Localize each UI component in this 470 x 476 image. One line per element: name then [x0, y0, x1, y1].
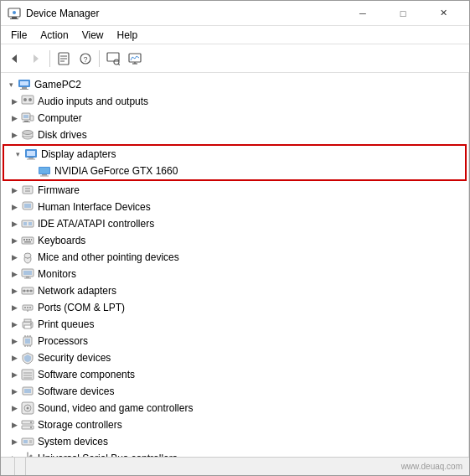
- svg-rect-61: [24, 278, 31, 279]
- content-area: ▾ GamePC2 ▶: [1, 73, 469, 457]
- monitor-button[interactable]: [125, 49, 145, 69]
- window-title: Device Manager: [26, 8, 343, 19]
- help-button[interactable]: ?: [75, 49, 96, 69]
- svg-point-69: [27, 307, 28, 308]
- scan-button[interactable]: [103, 49, 123, 69]
- processor-icon: [21, 334, 34, 348]
- tree-item-security[interactable]: ▶ Security devices: [8, 349, 468, 366]
- svg-rect-77: [25, 339, 30, 344]
- hid-label: Human Interface Devices: [38, 201, 151, 213]
- minimize-button[interactable]: ─: [343, 1, 382, 26]
- svg-marker-5: [34, 54, 39, 63]
- status-section-2: [15, 458, 26, 475]
- sw-components-expand-icon: ▶: [8, 368, 21, 381]
- tree-item-software-components[interactable]: ▶ Software components: [8, 366, 468, 383]
- tree-item-sound[interactable]: ▶ Sound, video and game controllers: [8, 400, 468, 416]
- system-label: System devices: [38, 436, 108, 448]
- tree-item-processors[interactable]: ▶ Processors: [8, 333, 468, 349]
- tree-view[interactable]: ▾ GamePC2 ▶: [1, 73, 469, 457]
- tree-item-firmware[interactable]: ▶ Firmware: [8, 182, 468, 199]
- tree-item-print[interactable]: ▶ Print queues: [8, 316, 468, 333]
- disk-expand-icon: ▶: [8, 128, 21, 142]
- nvidia-icon: [38, 164, 51, 178]
- toolbar: ?: [1, 44, 469, 73]
- svg-rect-47: [23, 222, 27, 225]
- forward-button[interactable]: [26, 49, 46, 69]
- svg-rect-59: [23, 271, 32, 275]
- tree-item-system[interactable]: ▶ System devices: [8, 433, 468, 450]
- sound-icon: [21, 401, 34, 415]
- sound-label: Sound, video and game controllers: [38, 402, 193, 414]
- tree-item-nvidia[interactable]: NVIDIA GeForce GTX 1660: [4, 163, 465, 179]
- tree-item-computer[interactable]: ▶ Computer: [8, 110, 468, 127]
- tree-item-network[interactable]: ▶ Network adapters: [8, 282, 468, 299]
- tree-item-hid[interactable]: ▶ Human Interface Devices: [8, 199, 468, 215]
- svg-rect-50: [23, 239, 25, 241]
- storage-label: Storage controllers: [38, 419, 122, 431]
- nvidia-label: NVIDIA GeForce GTX 1660: [54, 165, 178, 177]
- menu-view[interactable]: View: [75, 28, 111, 43]
- properties-button[interactable]: [54, 49, 74, 69]
- svg-rect-54: [24, 241, 31, 243]
- tree-item-disk[interactable]: ▶ Disk drives: [8, 127, 468, 143]
- audio-label: Audio inputs and outputs: [38, 96, 148, 107]
- tree-item-storage[interactable]: ▶ Storage controllers: [8, 416, 468, 433]
- back-button[interactable]: [4, 49, 24, 69]
- svg-marker-4: [12, 54, 17, 63]
- svg-point-3: [13, 11, 16, 14]
- svg-rect-73: [24, 319, 31, 322]
- svg-rect-45: [24, 204, 31, 208]
- svg-point-70: [29, 307, 31, 308]
- computer-icon: [18, 78, 31, 91]
- tree-root[interactable]: ▾ GamePC2: [1, 76, 468, 93]
- security-expand-icon: ▶: [8, 351, 21, 365]
- svg-point-24: [28, 98, 32, 101]
- tree-item-software-devices[interactable]: ▶ Software devices: [8, 383, 468, 400]
- menu-help[interactable]: Help: [111, 28, 145, 43]
- tree-item-mice[interactable]: ▶ Mice and other pointing devices: [8, 249, 468, 266]
- hid-icon: [21, 200, 34, 214]
- tree-item-display[interactable]: ▾ Display adapters: [4, 146, 465, 163]
- svg-marker-106: [27, 452, 28, 453]
- tree-item-ide[interactable]: ▶ IDE ATA/ATAPI controllers: [8, 215, 468, 232]
- system-expand-icon: ▶: [8, 435, 21, 448]
- display-icon: [24, 147, 38, 161]
- svg-rect-51: [26, 239, 28, 241]
- hid-expand-icon: ▶: [8, 200, 21, 214]
- svg-rect-26: [23, 115, 28, 118]
- menu-action[interactable]: Action: [34, 28, 75, 43]
- mice-label: Mice and other pointing devices: [38, 251, 179, 263]
- svg-rect-28: [23, 122, 30, 122]
- svg-rect-89: [24, 389, 31, 393]
- maximize-button[interactable]: □: [384, 1, 422, 26]
- storage-icon: [21, 418, 34, 432]
- svg-rect-53: [31, 239, 32, 241]
- tree-item-keyboards[interactable]: ▶ Keyboards: [8, 232, 468, 249]
- svg-point-32: [23, 131, 33, 135]
- root-expand-icon: ▾: [4, 78, 18, 91]
- computer-expand-icon: ▶: [8, 111, 21, 125]
- tree-item-ports[interactable]: ▶ Ports (COM & LPT): [8, 299, 468, 316]
- svg-rect-19: [20, 81, 28, 85]
- close-button[interactable]: ✕: [424, 1, 462, 26]
- ide-icon: [21, 217, 34, 230]
- ports-icon: [21, 301, 34, 314]
- tree-item-monitors[interactable]: ▶ Monitors: [8, 266, 468, 282]
- svg-text:?: ?: [84, 55, 88, 64]
- menu-file[interactable]: File: [4, 28, 34, 43]
- tree-item-audio[interactable]: ▶ Audio inputs and outputs: [8, 93, 468, 110]
- mice-expand-icon: ▶: [8, 251, 21, 264]
- firmware-icon: [21, 184, 34, 197]
- display-label: Display adapters: [41, 148, 116, 160]
- svg-rect-41: [23, 186, 33, 194]
- svg-rect-39: [42, 174, 47, 176]
- disk-icon: [21, 128, 34, 142]
- svg-point-23: [23, 98, 27, 101]
- keyboards-label: Keyboards: [38, 235, 85, 246]
- mouse-icon: [21, 251, 34, 264]
- sw-devices-label: Software devices: [38, 385, 114, 397]
- sw-devices-icon: [21, 385, 34, 398]
- tree-item-usb[interactable]: ▶ Universal Serial Bus controllers: [8, 450, 468, 457]
- sw-devices-expand-icon: ▶: [8, 385, 21, 398]
- sw-components-label: Software components: [38, 369, 135, 380]
